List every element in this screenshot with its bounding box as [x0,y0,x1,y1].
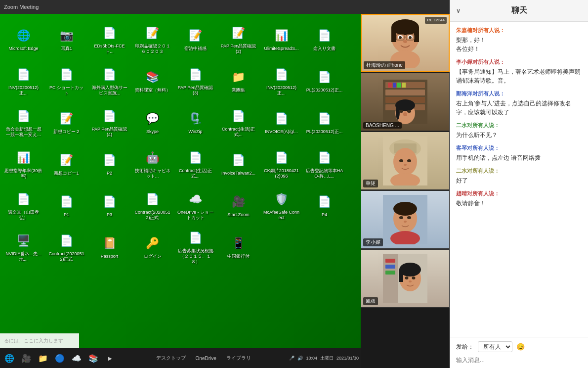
desktop-icon-file14[interactable]: 📄 INVOICE(A)/g/... [260,102,302,142]
taskbar-arrow[interactable]: ▶ [103,351,118,366]
icon-label-onedrive: OneDrive - ショートカット [176,210,214,221]
desktop-icon-file7[interactable]: 📄 PAP Pen品質確認(3) [174,60,216,101]
chat-collapse-button[interactable]: ∨ [456,7,461,14]
desktop-icon-p1[interactable]: 📄 P1 [45,185,87,226]
video-thumb-2[interactable]: BAOSHENG ... [361,73,450,131]
video-thumb-4[interactable]: 李小嬋 [361,190,450,249]
desktop-icon-file13[interactable]: 📄 Contract(生活)正式... [217,102,259,142]
desktop-icon-file8[interactable]: 📄 INV(20200512)正... [260,60,302,101]
desktop-icon-p3[interactable]: 📄 P3 [88,185,130,226]
desktop-icon-file18[interactable]: 📄 Contract(生活)正式... [174,143,216,184]
chat-footer: 发给： 所有人 😊 [450,337,588,368]
taskbar-folder[interactable]: 📁 [36,351,50,366]
icon-image-file12: 📄 [101,107,119,125]
desktop-icon-zoom[interactable]: 🎥 Start.Zoom [217,185,259,226]
desktop-icon-mcafee[interactable]: 🛡️ McAfeeSafe Connect [260,185,302,226]
desktop-icon-file25[interactable]: 📱 中国銀行付 [217,227,259,267]
desktop-icon-file4[interactable]: 📄 PC ショートカット [45,60,87,101]
desktop-icon-folder1[interactable]: 📁 業團集 [217,60,259,101]
icon-image-p4: 📄 [316,193,334,211]
desktop-icon-file16[interactable]: 📊 思想指導年率(30倍率) [2,143,44,184]
desktop-icon-file1[interactable]: 📄 EDs6bOts-FCEト... [88,19,130,59]
svg-point-27 [407,110,411,113]
icon-image-file24: 📄 [187,229,205,247]
icon-image-file18: 📄 [187,149,205,167]
chat-to-select[interactable]: 所有人 [478,341,512,352]
desktop-icon-file6[interactable]: 📚 資料課室（無料） [131,60,173,101]
desktop-icon-assist[interactable]: 🤖 技術補助キャビネット... [131,143,173,184]
icon-label-file8: INV(20200512)正... [262,85,300,96]
desktop-icon-file15[interactable]: 📄 PL(20200512)正... [303,102,345,142]
search-placeholder: るには、ここに入力します [4,337,63,344]
desktop-icon-winzip[interactable]: 🗜️ WinZip [174,102,216,142]
icon-label-file20: 広告登記物等本HAO-杵…L... [305,168,343,179]
desktop-icon-word2[interactable]: 📝 宿泊中補感 [174,19,216,59]
icon-image-file17: 📝 [58,151,76,169]
desktop-icon-file23[interactable]: 📄 Contract(20200512)正式 [45,227,87,267]
svg-point-11 [403,40,407,43]
svg-point-25 [403,112,407,116]
desktop-icon-p2[interactable]: 📄 P2 [88,143,130,184]
desktop-icon-file9[interactable]: 📄 PL(20200512)正... [303,60,345,101]
icon-image-p3: 📄 [101,193,119,211]
taskbar-day: 土曜日 [320,355,334,362]
desktop-icon-skype[interactable]: 💬 Skype [131,102,173,142]
desktop-icon-word3[interactable]: 📝 PAP Pen品質確認(2) [217,19,259,59]
desktop-icon-onedrive[interactable]: ☁️ OneDrive - ショートカット [174,185,216,226]
chat-header: ∨ 聊天 [450,0,588,22]
taskbar-chrome[interactable]: 🔵 [52,351,67,366]
icon-image-onedrive: ☁️ [187,190,205,208]
svg-rect-50 [399,270,403,282]
desktop-icon-p4[interactable]: 📄 P4 [303,185,345,226]
desktop-icon-photo1[interactable]: 📷 写真1 [45,19,87,59]
desktop-icon-file17[interactable]: 📝 新想コピー1 [45,143,87,184]
taskbar-right: 🎤 🔊 10:04 土曜日 2021/01/30 [289,355,359,362]
taskbar-onedrive[interactable]: ☁️ [69,351,84,366]
icon-image-ck: 📄 [273,149,291,167]
desktop-icon-file12[interactable]: 📄 PAP Pen品質確認(4) [88,102,130,142]
icon-label-zoom: Start.Zoom [227,212,250,218]
icon-image-file19: 📄 [230,151,248,169]
taskbar-zoom[interactable]: 🎥 [19,351,34,366]
video-thumb-5[interactable]: 風張 [361,249,450,308]
taskbar-center: デスクトップ OneDrive ライブラリ [119,355,288,362]
desktop-icon-file11[interactable]: 📝 新想コピー２ [45,102,87,142]
main-area: Zoom Meeting 🌐 Microsoft Edge 📷 写真1 📄 ED… [0,0,450,368]
desktop-icon-file22[interactable]: 📄 Contract(20200512)正式 [131,185,173,226]
icon-label-file10: 急会会新想想一想一競一税一変え... [4,127,42,138]
svg-point-33 [407,159,411,162]
svg-point-53 [409,280,412,282]
video-thumb-3[interactable]: 華矩 [361,132,450,190]
icon-label-p3: P3 [107,212,112,218]
chat-input[interactable] [456,357,582,364]
desktop-icon-file21[interactable]: 📄 講文堂（山田孝弘） [2,185,44,226]
desktop-icon-file2[interactable]: 📄 念入り文書 [303,19,345,59]
desktop-icon-file20[interactable]: 📄 広告登記物等本HAO-杵…L... [303,143,345,184]
icon-image-folder1: 📁 [230,68,248,86]
desktop-icon-word1[interactable]: 📝 印刷品確認２０１６０２０３ [131,19,173,59]
chat-emoji-icon[interactable]: 😊 [516,343,525,351]
chat-message-5: 二水对所有人说： 好了 [456,167,582,185]
taskbar-edge[interactable]: 🌐 [2,351,17,366]
desktop-icon-login[interactable]: 🔑 ログイン [131,227,173,267]
icon-label-p2: P2 [107,171,112,176]
desktop-icon-file24[interactable]: 📄 広告募集状況根拠（２０１５、１８） [174,227,216,267]
desktop-icon-edge1[interactable]: 🌐 Microsoft Edge [2,19,44,59]
desktop-icon-nvidia[interactable]: 🖥️ NVIDIA番ネ...先...地... [2,227,44,267]
desktop-icon-file3[interactable]: 📄 INV(20200512)正... [2,60,44,101]
icon-label-mcafee: McAfeeSafe Connect [262,210,300,221]
desktop-icon-file10[interactable]: 📄 急会会新想想一想一競一税一変え... [2,102,44,142]
video-label-1: 杜海玲の iPhone [364,61,405,69]
icon-label-login: ログイン [144,254,162,259]
icon-label-p1: P1 [64,212,69,218]
icon-image-file10: 📄 [15,107,33,125]
desktop-icon-spread1[interactable]: 📊 UlimiteSpreadS... [260,19,302,59]
icon-label-word2: 宿泊中補感 [184,46,207,51]
desktop-icon-file19[interactable]: 📄 InvoiceTaiwan2... [217,143,259,184]
desktop-icon-file5[interactable]: 📄 海外購入型偽サービス実施... [88,60,130,101]
svg-rect-2 [391,27,396,42]
taskbar-library[interactable]: 📚 [86,351,101,366]
desktop-icon-passport[interactable]: 📔 Passport [88,227,130,267]
video-thumb-1[interactable]: RE 12344 杜海玲の iPhone [361,14,450,72]
desktop-icon-ck[interactable]: 📄 CK鋼片20180421(2)096 [260,143,302,184]
